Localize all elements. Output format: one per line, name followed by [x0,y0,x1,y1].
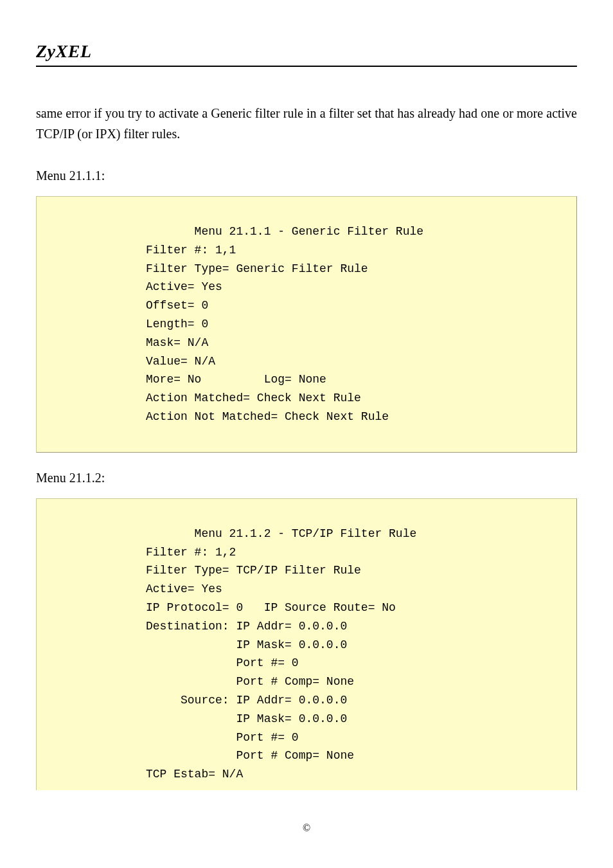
terminal-menu-2: Menu 21.1.2 - TCP/IP Filter Rule Filter … [36,498,577,790]
brand-logo: ZyXEL [36,41,577,66]
footer-copyright: © [36,822,577,834]
section-2-label: Menu 21.1.2: [36,471,577,485]
header-rule [36,66,577,67]
terminal-menu-1: Menu 21.1.1 - Generic Filter Rule Filter… [36,196,577,453]
section-1-label: Menu 21.1.1: [36,168,577,183]
intro-paragraph: same error if you try to activate a Gene… [36,103,577,144]
